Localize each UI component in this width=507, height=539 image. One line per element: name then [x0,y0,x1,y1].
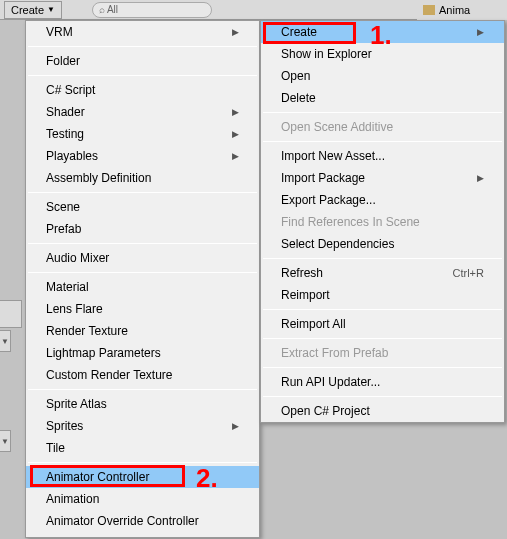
menu-separator [263,396,502,397]
search-icon: ⌕ [99,4,105,15]
menu-item-label: Run API Updater... [281,375,380,389]
menu-item-label: Create [281,25,317,39]
menu-item-label: Tile [46,441,65,455]
menu-separator [263,141,502,142]
menu-separator [263,309,502,310]
menu-item-label: Scene [46,200,80,214]
create-item-tile[interactable]: Tile [26,437,259,459]
menu-item-label: Audio Mixer [46,251,109,265]
submenu-arrow-icon: ▶ [232,129,239,139]
context-menu: Create▶Show in ExplorerOpenDeleteOpen Sc… [260,20,505,423]
create-item-assembly-definition[interactable]: Assembly Definition [26,167,259,189]
create-submenu: VRM▶FolderC# ScriptShader▶Testing▶Playab… [25,20,260,538]
menu-item-label: Find References In Scene [281,215,420,229]
menu-item-label: Import New Asset... [281,149,385,163]
menu-item-label: Animation [46,492,99,506]
context-item-reimport[interactable]: Reimport [261,284,504,306]
create-item-material[interactable]: Material [26,276,259,298]
search-placeholder: All [107,4,118,15]
folder-label: Anima [439,4,470,16]
menu-item-label: Custom Render Texture [46,368,173,382]
menu-item-label: Assembly Definition [46,171,151,185]
create-item-animation[interactable]: Animation [26,488,259,510]
create-item-playables[interactable]: Playables▶ [26,145,259,167]
create-item-sprites[interactable]: Sprites▶ [26,415,259,437]
menu-item-label: Animator Override Controller [46,514,199,528]
menu-item-label: Export Package... [281,193,376,207]
menu-item-label: Open [281,69,310,83]
create-item-render-texture[interactable]: Render Texture [26,320,259,342]
create-item-vrm[interactable]: VRM▶ [26,21,259,43]
menu-separator [263,367,502,368]
context-item-open-scene-additive: Open Scene Additive [261,116,504,138]
create-dropdown-button[interactable]: Create ▼ [4,1,62,19]
menu-item-label: Prefab [46,222,81,236]
menu-item-label: Lens Flare [46,302,103,316]
context-item-extract-from-prefab: Extract From Prefab [261,342,504,364]
create-item-prefab[interactable]: Prefab [26,218,259,240]
create-item-lens-flare[interactable]: Lens Flare [26,298,259,320]
panel-tab[interactable] [0,300,22,328]
menu-item-label: Open Scene Additive [281,120,393,134]
menu-item-label: Sprite Atlas [46,397,107,411]
context-item-reimport-all[interactable]: Reimport All [261,313,504,335]
submenu-arrow-icon: ▶ [232,107,239,117]
menu-item-label: Testing [46,127,84,141]
menu-item-label: C# Script [46,83,95,97]
context-item-create[interactable]: Create▶ [261,21,504,43]
context-item-run-api-updater[interactable]: Run API Updater... [261,371,504,393]
menu-separator [28,75,257,76]
menu-item-label: Delete [281,91,316,105]
create-item-animator-override-controller[interactable]: Animator Override Controller [26,510,259,532]
create-item-sprite-atlas[interactable]: Sprite Atlas [26,393,259,415]
menu-item-label: Folder [46,54,80,68]
menu-item-label: Import Package [281,171,365,185]
panel-collapse-toggle[interactable]: ▼ [0,330,11,352]
menu-item-label: Refresh [281,266,323,280]
menu-item-label: Playables [46,149,98,163]
left-panel-bg [0,20,25,539]
context-item-import-new-asset[interactable]: Import New Asset... [261,145,504,167]
menu-item-label: Animator Controller [46,470,149,484]
menu-item-label: Extract From Prefab [281,346,388,360]
menu-item-label: Select Dependencies [281,237,394,251]
search-input[interactable]: ⌕ All [92,2,212,18]
create-item-shader[interactable]: Shader▶ [26,101,259,123]
create-item-testing[interactable]: Testing▶ [26,123,259,145]
create-item-animator-controller[interactable]: Animator Controller [26,466,259,488]
menu-separator [28,389,257,390]
menu-item-label: Reimport [281,288,330,302]
folder-icon [423,5,435,15]
context-item-find-references-in-scene: Find References In Scene [261,211,504,233]
create-item-folder[interactable]: Folder [26,50,259,72]
context-item-delete[interactable]: Delete [261,87,504,109]
panel-collapse-toggle-2[interactable]: ▼ [0,430,11,452]
submenu-arrow-icon: ▶ [477,173,484,183]
menu-separator [28,243,257,244]
menu-separator [263,338,502,339]
context-item-export-package[interactable]: Export Package... [261,189,504,211]
context-item-open[interactable]: Open [261,65,504,87]
create-item-scene[interactable]: Scene [26,196,259,218]
menu-separator [28,46,257,47]
create-item-custom-render-texture[interactable]: Custom Render Texture [26,364,259,386]
submenu-arrow-icon: ▶ [232,421,239,431]
context-item-refresh[interactable]: RefreshCtrl+R [261,262,504,284]
asset-path-bar[interactable]: Anima [417,0,507,20]
create-item-c-script[interactable]: C# Script [26,79,259,101]
create-item-lightmap-parameters[interactable]: Lightmap Parameters [26,342,259,364]
submenu-arrow-icon: ▶ [477,27,484,37]
menu-item-label: Open C# Project [281,404,370,418]
menu-item-label: Shader [46,105,85,119]
menu-separator [28,192,257,193]
context-item-show-in-explorer[interactable]: Show in Explorer [261,43,504,65]
menu-shortcut: Ctrl+R [453,267,484,279]
create-item-audio-mixer[interactable]: Audio Mixer [26,247,259,269]
menu-separator [28,272,257,273]
menu-item-label: Sprites [46,419,83,433]
context-item-open-c-project[interactable]: Open C# Project [261,400,504,422]
menu-separator [263,258,502,259]
submenu-arrow-icon: ▶ [232,151,239,161]
context-item-select-dependencies[interactable]: Select Dependencies [261,233,504,255]
context-item-import-package[interactable]: Import Package▶ [261,167,504,189]
